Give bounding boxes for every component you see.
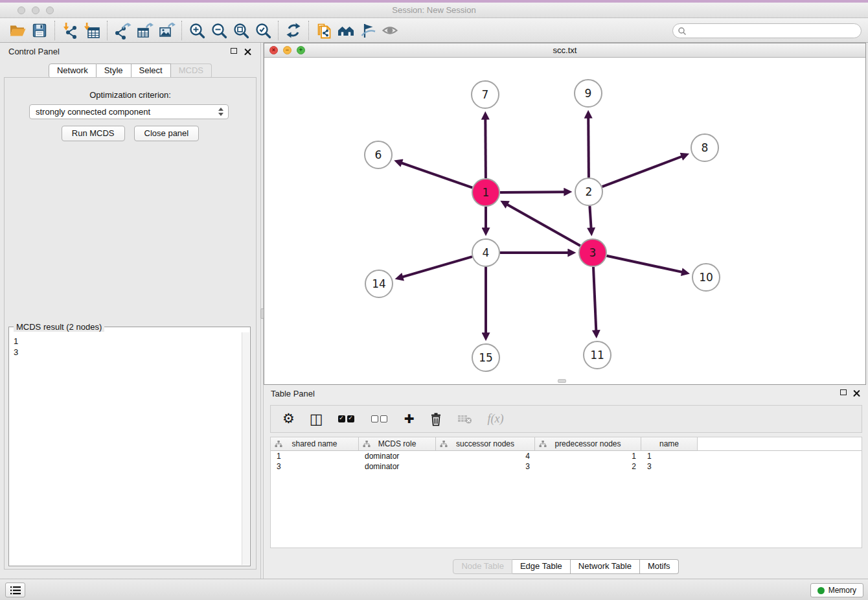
first-neighbors-button[interactable] <box>335 20 357 41</box>
zoom-selected-icon <box>254 21 272 40</box>
svg-text:4: 4 <box>483 246 490 259</box>
unselect-all-columns-button[interactable] <box>371 413 389 425</box>
network-canvas[interactable]: 1234678910111415 <box>264 58 865 384</box>
table-header-row: shared nameMCDS rolesuccessor nodesprede… <box>271 437 862 451</box>
column-header-predecessor-nodes[interactable]: predecessor nodes <box>535 437 641 450</box>
zoom-in-button[interactable] <box>186 20 208 41</box>
svg-text:11: 11 <box>590 349 604 362</box>
result-scrollbar[interactable] <box>242 332 249 565</box>
delete-column-button[interactable] <box>429 412 442 426</box>
zoom-fit-button[interactable] <box>230 20 252 41</box>
float-table-panel-icon[interactable] <box>840 389 847 395</box>
column-header-name[interactable]: name <box>641 437 698 450</box>
tab-edge-table[interactable]: Edge Table <box>512 559 571 574</box>
edge-3-10[interactable] <box>607 256 682 272</box>
show-graphics-button[interactable] <box>379 20 401 41</box>
folder-open-icon <box>8 21 27 40</box>
select-all-columns-button[interactable] <box>338 413 356 425</box>
column-header-shared-name[interactable]: shared name <box>271 437 359 450</box>
graph-node-7[interactable]: 7 <box>472 81 499 108</box>
edge-2-3[interactable] <box>589 206 591 228</box>
graph-node-1[interactable]: 1 <box>472 179 499 206</box>
export-network-button[interactable] <box>111 20 133 41</box>
edge-2-9[interactable] <box>588 118 589 178</box>
sort-tree-icon <box>440 441 448 448</box>
flag-icon <box>359 21 377 40</box>
close-panel-button[interactable]: Close panel <box>134 126 200 141</box>
float-panel-icon[interactable] <box>231 48 237 54</box>
mcds-panel: Optimization criterion: strongly connect… <box>4 77 257 570</box>
list-icon <box>8 583 23 597</box>
status-bar: Memory <box>0 579 868 600</box>
export-table-button[interactable] <box>133 20 155 41</box>
column-header-label: name <box>659 439 679 448</box>
export-image-button[interactable] <box>155 20 177 41</box>
sort-tree-icon <box>363 441 371 448</box>
column-header-successor-nodes[interactable]: successor nodes <box>436 437 535 450</box>
criterion-select[interactable]: strongly connected component <box>29 104 229 119</box>
task-history-button[interactable] <box>5 583 25 597</box>
add-column-button[interactable]: ✚ <box>404 413 415 425</box>
control-panel-tabs: NetworkStyleSelectMCDS <box>0 63 260 78</box>
graph-node-4[interactable]: 4 <box>472 239 499 266</box>
tab-motifs[interactable]: Motifs <box>640 559 679 574</box>
toolbar-separator <box>181 21 182 40</box>
new-network-from-selection-button[interactable] <box>313 20 335 41</box>
edge-4-14[interactable] <box>403 257 472 277</box>
graph-node-3[interactable]: 3 <box>579 239 606 266</box>
show-columns-button[interactable]: ◫ <box>310 412 323 426</box>
graph-node-6[interactable]: 6 <box>365 141 392 168</box>
close-panel-icon[interactable] <box>244 48 251 55</box>
graph-node-15[interactable]: 15 <box>472 344 499 371</box>
edge-1-6[interactable] <box>402 163 472 188</box>
open-session-button[interactable] <box>6 20 29 41</box>
search-input[interactable] <box>689 27 851 36</box>
edge-1-2[interactable] <box>500 192 564 192</box>
graph-node-14[interactable]: 14 <box>365 270 393 297</box>
save-session-button[interactable] <box>29 20 51 41</box>
table-cell: 1 <box>641 451 698 461</box>
svg-text:9: 9 <box>585 87 592 100</box>
network-view-window: × − + scc.txt 1234678910111415 <box>264 43 866 385</box>
memory-button[interactable]: Memory <box>810 583 863 597</box>
svg-text:7: 7 <box>482 88 489 101</box>
gear-icon: ⚙ <box>282 412 295 426</box>
import-network-button[interactable] <box>59 20 81 41</box>
network-resize-grip[interactable] <box>558 379 566 383</box>
graph-node-2[interactable]: 2 <box>575 178 602 205</box>
graph-node-8[interactable]: 8 <box>691 134 718 161</box>
graph-node-9[interactable]: 9 <box>575 80 602 107</box>
table-panel: Table Panel ⚙ ◫ ✚ <box>264 385 868 579</box>
graph-node-10[interactable]: 10 <box>692 264 720 291</box>
close-table-panel-icon[interactable] <box>853 389 860 397</box>
svg-text:15: 15 <box>479 351 493 364</box>
tab-network-table[interactable]: Network Table <box>571 559 640 574</box>
apply-layout-button[interactable] <box>282 20 304 41</box>
edge-2-8[interactable] <box>602 157 682 187</box>
edge-3-1[interactable] <box>507 205 580 246</box>
edge-3-11[interactable] <box>593 267 596 330</box>
tab-node-table[interactable]: Node Table <box>453 559 512 574</box>
table-settings-button[interactable]: ⚙ <box>282 412 295 426</box>
tab-mcds[interactable]: MCDS <box>171 63 212 78</box>
graph-node-11[interactable]: 11 <box>584 341 611 369</box>
search-field[interactable] <box>672 23 862 38</box>
hide-graphics-button[interactable] <box>357 20 379 41</box>
houses-icon <box>337 21 355 40</box>
column-header-mcds-role[interactable]: MCDS role <box>359 437 436 450</box>
table-row[interactable]: 3dominator323 <box>271 461 862 472</box>
zoom-out-button[interactable] <box>208 20 230 41</box>
zoom-selected-button[interactable] <box>252 20 274 41</box>
tab-select[interactable]: Select <box>131 63 171 78</box>
mcds-result-line: 3 <box>14 347 238 358</box>
tab-network[interactable]: Network <box>49 63 97 78</box>
export-network-icon <box>113 21 131 40</box>
function-builder-button[interactable]: f(x) <box>488 412 504 426</box>
control-panel: Control Panel NetworkStyleSelectMCDS Opt… <box>0 43 260 579</box>
delete-table-button[interactable] <box>457 413 473 425</box>
edge-1-7[interactable] <box>485 119 486 178</box>
run-mcds-button[interactable]: Run MCDS <box>62 126 125 141</box>
tab-style[interactable]: Style <box>97 63 131 78</box>
import-table-button[interactable] <box>81 20 103 41</box>
table-row[interactable]: 1dominator411 <box>271 451 862 461</box>
